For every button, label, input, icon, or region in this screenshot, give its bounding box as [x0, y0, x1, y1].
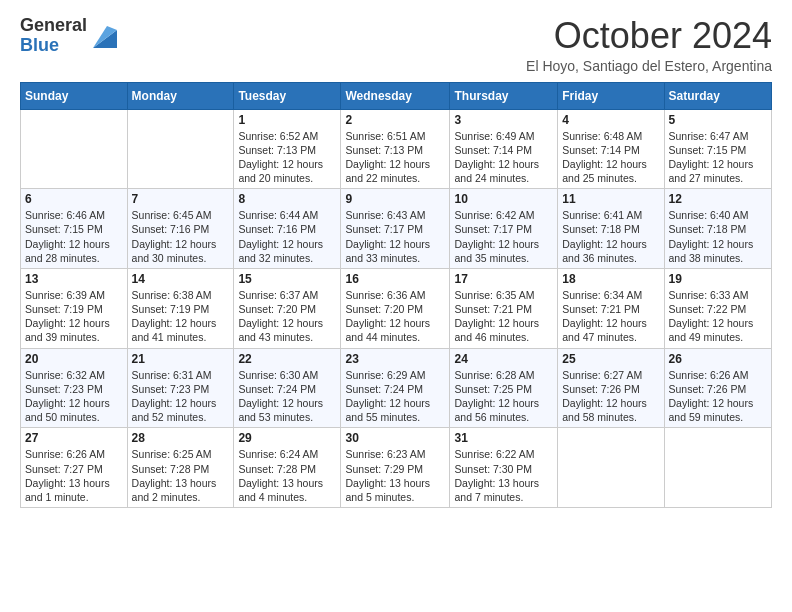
location: El Hoyo, Santiago del Estero, Argentina [526, 58, 772, 74]
day-info: Sunrise: 6:51 AMSunset: 7:13 PMDaylight:… [345, 129, 445, 186]
day-number: 11 [562, 192, 659, 206]
col-saturday: Saturday [664, 82, 771, 109]
calendar-cell: 14Sunrise: 6:38 AMSunset: 7:19 PMDayligh… [127, 268, 234, 348]
calendar-week-4: 20Sunrise: 6:32 AMSunset: 7:23 PMDayligh… [21, 348, 772, 428]
day-number: 25 [562, 352, 659, 366]
day-info: Sunrise: 6:31 AMSunset: 7:23 PMDaylight:… [132, 368, 230, 425]
day-number: 28 [132, 431, 230, 445]
calendar-cell: 20Sunrise: 6:32 AMSunset: 7:23 PMDayligh… [21, 348, 128, 428]
logo-general: General [20, 16, 87, 36]
calendar-cell [21, 109, 128, 189]
day-number: 19 [669, 272, 767, 286]
month-title: October 2024 [526, 16, 772, 56]
logo-icon [89, 20, 121, 52]
page: General Blue October 2024 El Hoyo, Santi… [0, 0, 792, 612]
calendar-cell: 18Sunrise: 6:34 AMSunset: 7:21 PMDayligh… [558, 268, 664, 348]
calendar-week-3: 13Sunrise: 6:39 AMSunset: 7:19 PMDayligh… [21, 268, 772, 348]
day-info: Sunrise: 6:45 AMSunset: 7:16 PMDaylight:… [132, 208, 230, 265]
day-info: Sunrise: 6:49 AMSunset: 7:14 PMDaylight:… [454, 129, 553, 186]
day-number: 5 [669, 113, 767, 127]
calendar-cell: 11Sunrise: 6:41 AMSunset: 7:18 PMDayligh… [558, 189, 664, 269]
calendar-cell: 10Sunrise: 6:42 AMSunset: 7:17 PMDayligh… [450, 189, 558, 269]
col-sunday: Sunday [21, 82, 128, 109]
calendar-cell: 15Sunrise: 6:37 AMSunset: 7:20 PMDayligh… [234, 268, 341, 348]
calendar-cell: 1Sunrise: 6:52 AMSunset: 7:13 PMDaylight… [234, 109, 341, 189]
calendar-cell: 6Sunrise: 6:46 AMSunset: 7:15 PMDaylight… [21, 189, 128, 269]
day-number: 12 [669, 192, 767, 206]
day-info: Sunrise: 6:35 AMSunset: 7:21 PMDaylight:… [454, 288, 553, 345]
day-info: Sunrise: 6:32 AMSunset: 7:23 PMDaylight:… [25, 368, 123, 425]
header: General Blue October 2024 El Hoyo, Santi… [20, 16, 772, 74]
col-wednesday: Wednesday [341, 82, 450, 109]
calendar-cell: 28Sunrise: 6:25 AMSunset: 7:28 PMDayligh… [127, 428, 234, 508]
calendar-cell [664, 428, 771, 508]
day-number: 23 [345, 352, 445, 366]
day-info: Sunrise: 6:29 AMSunset: 7:24 PMDaylight:… [345, 368, 445, 425]
day-number: 20 [25, 352, 123, 366]
day-number: 31 [454, 431, 553, 445]
title-section: October 2024 El Hoyo, Santiago del Ester… [526, 16, 772, 74]
day-info: Sunrise: 6:28 AMSunset: 7:25 PMDaylight:… [454, 368, 553, 425]
day-info: Sunrise: 6:22 AMSunset: 7:30 PMDaylight:… [454, 447, 553, 504]
day-number: 29 [238, 431, 336, 445]
day-number: 26 [669, 352, 767, 366]
calendar-cell: 4Sunrise: 6:48 AMSunset: 7:14 PMDaylight… [558, 109, 664, 189]
day-number: 7 [132, 192, 230, 206]
day-number: 27 [25, 431, 123, 445]
logo-text: General Blue [20, 16, 87, 56]
day-number: 2 [345, 113, 445, 127]
day-number: 13 [25, 272, 123, 286]
day-number: 9 [345, 192, 445, 206]
day-info: Sunrise: 6:44 AMSunset: 7:16 PMDaylight:… [238, 208, 336, 265]
day-number: 4 [562, 113, 659, 127]
calendar-cell: 21Sunrise: 6:31 AMSunset: 7:23 PMDayligh… [127, 348, 234, 428]
day-info: Sunrise: 6:46 AMSunset: 7:15 PMDaylight:… [25, 208, 123, 265]
calendar-cell: 30Sunrise: 6:23 AMSunset: 7:29 PMDayligh… [341, 428, 450, 508]
calendar-cell: 17Sunrise: 6:35 AMSunset: 7:21 PMDayligh… [450, 268, 558, 348]
day-number: 21 [132, 352, 230, 366]
calendar-cell: 8Sunrise: 6:44 AMSunset: 7:16 PMDaylight… [234, 189, 341, 269]
day-info: Sunrise: 6:34 AMSunset: 7:21 PMDaylight:… [562, 288, 659, 345]
calendar-cell: 29Sunrise: 6:24 AMSunset: 7:28 PMDayligh… [234, 428, 341, 508]
day-number: 22 [238, 352, 336, 366]
logo: General Blue [20, 16, 121, 56]
day-number: 18 [562, 272, 659, 286]
day-number: 15 [238, 272, 336, 286]
calendar-cell: 31Sunrise: 6:22 AMSunset: 7:30 PMDayligh… [450, 428, 558, 508]
calendar-cell: 16Sunrise: 6:36 AMSunset: 7:20 PMDayligh… [341, 268, 450, 348]
calendar-cell: 12Sunrise: 6:40 AMSunset: 7:18 PMDayligh… [664, 189, 771, 269]
day-info: Sunrise: 6:38 AMSunset: 7:19 PMDaylight:… [132, 288, 230, 345]
day-info: Sunrise: 6:36 AMSunset: 7:20 PMDaylight:… [345, 288, 445, 345]
calendar-cell [127, 109, 234, 189]
day-number: 10 [454, 192, 553, 206]
header-row: Sunday Monday Tuesday Wednesday Thursday… [21, 82, 772, 109]
calendar-table: Sunday Monday Tuesday Wednesday Thursday… [20, 82, 772, 508]
calendar-cell: 2Sunrise: 6:51 AMSunset: 7:13 PMDaylight… [341, 109, 450, 189]
calendar-body: 1Sunrise: 6:52 AMSunset: 7:13 PMDaylight… [21, 109, 772, 507]
day-number: 24 [454, 352, 553, 366]
col-monday: Monday [127, 82, 234, 109]
day-info: Sunrise: 6:25 AMSunset: 7:28 PMDaylight:… [132, 447, 230, 504]
day-info: Sunrise: 6:41 AMSunset: 7:18 PMDaylight:… [562, 208, 659, 265]
day-info: Sunrise: 6:26 AMSunset: 7:26 PMDaylight:… [669, 368, 767, 425]
day-info: Sunrise: 6:37 AMSunset: 7:20 PMDaylight:… [238, 288, 336, 345]
day-info: Sunrise: 6:43 AMSunset: 7:17 PMDaylight:… [345, 208, 445, 265]
col-tuesday: Tuesday [234, 82, 341, 109]
col-friday: Friday [558, 82, 664, 109]
calendar-cell [558, 428, 664, 508]
calendar-cell: 24Sunrise: 6:28 AMSunset: 7:25 PMDayligh… [450, 348, 558, 428]
logo-blue: Blue [20, 36, 87, 56]
day-info: Sunrise: 6:52 AMSunset: 7:13 PMDaylight:… [238, 129, 336, 186]
calendar-cell: 22Sunrise: 6:30 AMSunset: 7:24 PMDayligh… [234, 348, 341, 428]
calendar-week-2: 6Sunrise: 6:46 AMSunset: 7:15 PMDaylight… [21, 189, 772, 269]
day-info: Sunrise: 6:40 AMSunset: 7:18 PMDaylight:… [669, 208, 767, 265]
day-info: Sunrise: 6:23 AMSunset: 7:29 PMDaylight:… [345, 447, 445, 504]
col-thursday: Thursday [450, 82, 558, 109]
calendar-cell: 7Sunrise: 6:45 AMSunset: 7:16 PMDaylight… [127, 189, 234, 269]
day-number: 30 [345, 431, 445, 445]
day-number: 8 [238, 192, 336, 206]
day-number: 1 [238, 113, 336, 127]
day-number: 16 [345, 272, 445, 286]
calendar-cell: 9Sunrise: 6:43 AMSunset: 7:17 PMDaylight… [341, 189, 450, 269]
day-info: Sunrise: 6:24 AMSunset: 7:28 PMDaylight:… [238, 447, 336, 504]
